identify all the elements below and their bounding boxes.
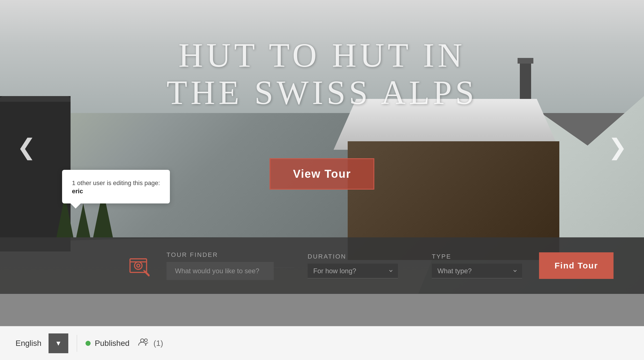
duration-select[interactable]: For how long? 1-3 days 4-7 days 1-2 week… [308, 264, 398, 278]
tour-finder-bar: TOUR FINDER DURATION For how long? 1-3 d… [0, 237, 644, 294]
type-label: TYPE [432, 253, 522, 260]
tour-finder-search-input[interactable] [167, 262, 274, 280]
chevron-down-icon: ▼ [55, 339, 62, 347]
language-label: English [8, 339, 49, 348]
hero-title: HUT TO HUT IN THE SWISS ALPS [167, 37, 477, 111]
hero-title-line2: THE SWISS ALPS [167, 74, 477, 111]
hero-title-line1: HUT TO HUT IN [167, 37, 477, 74]
type-select[interactable]: What type? Hiking Skiing Cycling Cultura… [432, 264, 522, 278]
carousel-prev-button[interactable]: ❮ [17, 134, 36, 160]
tour-finder-label: TOUR FINDER [167, 251, 274, 259]
svg-point-1 [135, 262, 142, 270]
find-tour-button[interactable]: Find Tour [539, 252, 614, 279]
editing-tooltip: 1 other user is editing this page: eric [62, 170, 170, 203]
published-section: Published [86, 339, 130, 348]
language-section: English ▼ [8, 333, 68, 353]
svg-point-7 [144, 339, 147, 342]
svg-line-5 [145, 272, 149, 275]
type-section: TYPE What type? Hiking Skiing Cycling Cu… [432, 253, 522, 278]
tooltip-message: 1 other user is editing this page: [72, 178, 160, 188]
users-section: (1) [138, 338, 163, 349]
svg-point-2 [137, 264, 140, 267]
users-count-label: (1) [154, 339, 163, 348]
duration-label: DURATION [308, 253, 398, 260]
published-label: Published [95, 339, 130, 348]
carousel-next-button[interactable]: ❯ [608, 134, 627, 160]
svg-point-6 [141, 339, 144, 342]
published-status-indicator [86, 341, 91, 346]
language-dropdown-button[interactable]: ▼ [49, 333, 68, 353]
duration-section: DURATION For how long? 1-3 days 4-7 days… [308, 253, 398, 278]
users-icon [138, 338, 149, 349]
tour-finder-icon [127, 254, 150, 277]
status-bar: English ▼ Published (1) [0, 326, 644, 360]
tree-2 [76, 203, 90, 237]
tooltip-username: eric [72, 188, 160, 195]
status-divider [77, 335, 77, 352]
cabin-chimney [520, 62, 531, 105]
view-tour-button[interactable]: View Tour [270, 158, 374, 190]
tour-finder-section: TOUR FINDER [167, 251, 274, 280]
hero-section: ❮ ❯ HUT TO HUT IN THE SWISS ALPS View To… [0, 0, 644, 294]
